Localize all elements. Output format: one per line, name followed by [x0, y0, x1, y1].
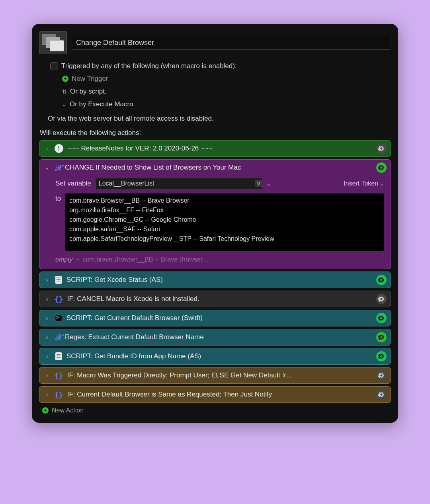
action-regex-extract[interactable]: ›𝒳Regex: Extract Current Default Browser…	[39, 329, 391, 346]
disclosure-chevron-icon[interactable]: ›	[43, 334, 51, 340]
gear-icon[interactable]	[376, 351, 387, 361]
action-script-current-default[interactable]: ›SCRIPT: Get Current Default Browser (Sw…	[39, 310, 391, 326]
action-if-cancel[interactable]: ›{}IF: CANCEL Macro is Xcode is not inst…	[39, 291, 391, 307]
macro-header	[39, 31, 391, 54]
action-header[interactable]: ›{}IF: Current Default Browser is Same a…	[39, 387, 391, 402]
trigger-section: Triggered by any of the following (when …	[39, 57, 391, 112]
action-title: IF: CANCEL Macro is Xcode is not install…	[67, 295, 372, 303]
remote-access-note: Or via the web server but all remote acc…	[39, 112, 391, 125]
new-action-button[interactable]: + New Action	[39, 403, 391, 414]
gear-icon[interactable]	[376, 143, 387, 154]
action-header[interactable]: ›SCRIPT: Get Bundle ID from App Name (AS…	[39, 348, 391, 364]
disclosure-chevron-icon[interactable]: ›	[43, 391, 51, 398]
action-header[interactable]: ›!~~~ ReleaseNotes for VER: 2.0 2020-06-…	[39, 141, 391, 156]
action-if-triggered[interactable]: ›{}IF: Macro Was Triggered Directly; Pro…	[39, 367, 391, 384]
document-icon	[55, 352, 63, 360]
new-trigger-button[interactable]: + New Trigger	[48, 72, 391, 85]
document-icon	[55, 276, 63, 284]
action-title: IF: Current Default Browser is Same as R…	[67, 391, 372, 399]
gear-icon[interactable]	[376, 370, 387, 381]
or-by-script-label: Or by script.	[70, 88, 107, 96]
insert-token-button[interactable]: Insert Token ⌄	[344, 180, 384, 187]
variable-icon: 𝒳	[55, 163, 61, 172]
new-action-label: New Action	[52, 407, 84, 414]
action-script-xcode[interactable]: ›SCRIPT: Get Xcode Status (AS)	[39, 272, 391, 288]
will-execute-label: Will execute the following actions:	[39, 125, 391, 140]
action-script-bundle-id[interactable]: ›SCRIPT: Get Bundle ID from App Name (AS…	[39, 348, 391, 365]
trigger-heading-row: Triggered by any of the following (when …	[48, 60, 391, 72]
braces-icon: {}	[55, 391, 63, 399]
gear-icon[interactable]	[376, 313, 387, 323]
action-header[interactable]: ⌄𝒳CHANGE If Needed to Show List of Brows…	[39, 160, 391, 176]
to-label: to	[55, 193, 61, 203]
braces-icon: {}	[55, 295, 63, 303]
chevron-down-icon: ⌄	[380, 181, 384, 187]
action-body: Set variableV⌄Insert Token ⌄tocom.brave.…	[39, 176, 391, 269]
chevron-down-icon: ⌄	[62, 102, 66, 107]
braces-icon: {}	[55, 371, 63, 380]
disclosure-chevron-icon[interactable]: ›	[43, 296, 51, 302]
or-by-script-row[interactable]: ⇅ Or by script.	[48, 85, 391, 98]
gear-icon[interactable]	[376, 275, 387, 285]
disclosure-chevron-icon[interactable]: ›	[43, 315, 51, 321]
action-header[interactable]: ›𝒳Regex: Extract Current Default Browser…	[39, 329, 391, 345]
action-title: ~~~ ReleaseNotes for VER: 2.0 2020-06-26…	[67, 145, 372, 152]
updown-icon: ⇅	[62, 88, 67, 95]
action-release-notes[interactable]: ›!~~~ ReleaseNotes for VER: 2.0 2020-06-…	[39, 140, 391, 157]
action-header[interactable]: ›{}IF: Macro Was Triggered Directly; Pro…	[39, 367, 391, 383]
action-title: SCRIPT: Get Bundle ID from App Name (AS)	[66, 352, 372, 360]
action-header[interactable]: ›SCRIPT: Get Current Default Browser (Sw…	[39, 310, 391, 326]
gear-icon[interactable]	[376, 162, 387, 173]
set-variable-row: Set variableV⌄Insert Token ⌄	[55, 178, 384, 189]
action-header[interactable]: ›{}IF: CANCEL Macro is Xcode is not inst…	[39, 291, 391, 307]
action-title: CHANGE If Needed to Show List of Browser…	[65, 164, 372, 172]
disclosure-chevron-icon[interactable]: ›	[43, 145, 51, 152]
gear-icon[interactable]	[376, 389, 387, 400]
gear-icon[interactable]	[376, 332, 387, 342]
trigger-enable-checkbox[interactable]	[50, 62, 58, 70]
disclosure-chevron-icon[interactable]: ›	[43, 372, 51, 379]
terminal-icon	[55, 314, 63, 322]
plus-icon: +	[62, 76, 68, 82]
action-change-var[interactable]: ⌄𝒳CHANGE If Needed to Show List of Brows…	[39, 159, 391, 269]
action-title: SCRIPT: Get Xcode Status (AS)	[66, 276, 372, 284]
trigger-heading: Triggered by any of the following (when …	[61, 62, 237, 70]
or-by-execute-label: Or by Execute Macro	[70, 100, 133, 108]
macro-title-input[interactable]	[72, 36, 391, 50]
to-row: tocom.brave.Browser__BB -- Brave Browser…	[55, 193, 384, 251]
gear-icon[interactable]	[376, 294, 387, 304]
disclosure-chevron-icon[interactable]: ›	[43, 277, 51, 283]
action-if-same[interactable]: ›{}IF: Current Default Browser is Same a…	[39, 386, 391, 403]
or-by-execute-row[interactable]: ⌄ Or by Execute Macro	[48, 98, 391, 111]
plus-icon: +	[42, 407, 49, 414]
variable-badge-icon: V	[255, 180, 262, 187]
empty-preview: empty → com.brave.Browser__BB -- Brave B…	[55, 251, 384, 263]
macro-icon[interactable]	[39, 31, 67, 54]
disclosure-chevron-icon[interactable]: ⌄	[43, 164, 51, 171]
alert-icon: !	[55, 144, 63, 153]
macro-editor-window: Triggered by any of the following (when …	[32, 24, 398, 423]
disclosure-chevron-icon[interactable]: ›	[43, 353, 51, 359]
set-variable-label: Set variable	[55, 180, 91, 188]
action-title: IF: Macro Was Triggered Directly; Prompt…	[67, 371, 372, 379]
action-title: Regex: Extract Current Default Browser N…	[65, 333, 372, 341]
variable-name-input[interactable]	[95, 178, 262, 189]
action-title: SCRIPT: Get Current Default Browser (Swi…	[66, 314, 372, 322]
chevron-down-icon[interactable]: ⌄	[266, 181, 271, 187]
new-trigger-label: New Trigger	[72, 75, 108, 83]
action-header[interactable]: ›SCRIPT: Get Xcode Status (AS)	[39, 272, 391, 288]
variable-value-textarea[interactable]: com.brave.Browser__BB -- Brave Browser o…	[65, 193, 384, 251]
actions-list: ›!~~~ ReleaseNotes for VER: 2.0 2020-06-…	[39, 140, 391, 403]
variable-icon: 𝒳	[55, 333, 61, 342]
